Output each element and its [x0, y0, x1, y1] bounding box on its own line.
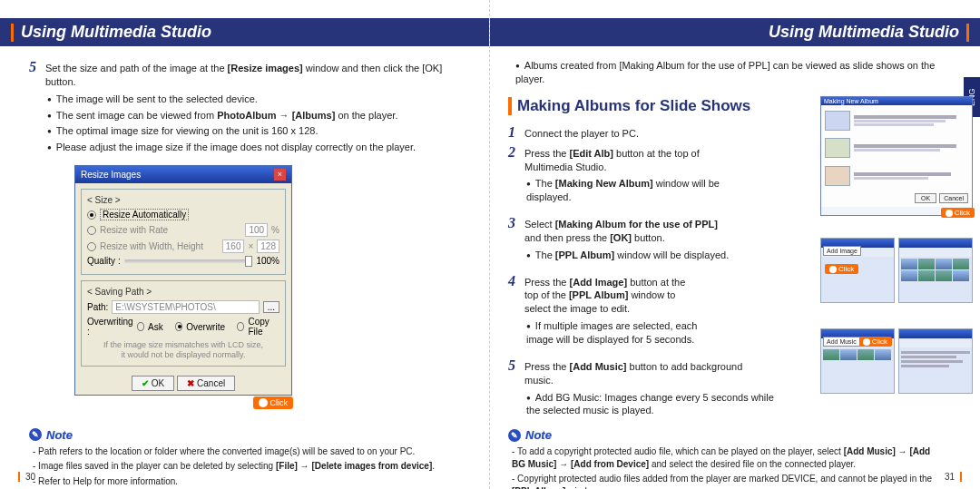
quality-row: Quality :100% — [87, 256, 279, 266]
step5-details: The image will be sent to the selected d… — [47, 93, 471, 154]
radio-ask[interactable] — [137, 322, 145, 331]
step5-sub: Add BG Music: Images change every 5 seco… — [526, 391, 789, 418]
step-number: 5 — [29, 59, 40, 89]
click-callout: Click — [941, 208, 975, 218]
add-music-label: Add Music — [823, 337, 860, 347]
height-input[interactable]: 128 — [257, 240, 279, 253]
note-heading-right: ✎ Note — [508, 428, 942, 442]
note-list-right: To add a copyright protected audio file,… — [512, 445, 942, 489]
step-4: 4 Press the [Add Image] button at the to… — [508, 273, 699, 317]
note-heading: ✎ Note — [29, 428, 471, 442]
top-context-bullet: Albums created from [Making Album for th… — [515, 59, 942, 86]
page-number-left: 30 — [18, 472, 35, 482]
path-input[interactable]: E:\WSYSTEM\PHOTOS\ — [112, 300, 259, 314]
step-5: 5 Set the size and path of the image at … — [29, 59, 471, 89]
cancel-button[interactable]: ✖Cancel — [177, 376, 235, 391]
screenshot-making-new-album: Making New Album — [820, 96, 973, 216]
browse-button[interactable]: ... — [263, 301, 279, 313]
screenshot-add-music: Add Music Click — [820, 328, 973, 394]
header-title-left: Using Multimedia Studio — [21, 23, 211, 42]
note-icon: ✎ — [29, 428, 42, 441]
header-title-right: Using Multimedia Studio — [769, 23, 959, 42]
ppl-album-window: Add Image Click — [820, 238, 895, 303]
page-header-left: Using Multimedia Studio — [0, 18, 489, 46]
width-input[interactable]: 160 — [222, 240, 245, 253]
radio-overwrite[interactable] — [175, 322, 183, 331]
add-image-label: Add Image — [823, 246, 861, 256]
dialog-hint: If the image size mismatches with LCD si… — [87, 340, 279, 360]
page-header-right: Using Multimedia Studio — [490, 18, 980, 46]
step-text: Set the size and path of the image at th… — [45, 59, 471, 89]
close-icon[interactable]: × — [274, 169, 286, 181]
list-item: Path refers to the location or folder wh… — [33, 445, 471, 458]
dialog-titlebar: Resize Images × — [75, 166, 291, 183]
list-item: Refer to Help for more information. — [33, 475, 471, 488]
path-row: Path:E:\WSYSTEM\PHOTOS\... — [87, 300, 279, 314]
rate-input[interactable]: 100 — [245, 223, 268, 237]
ppl-album-window-2: Add Music Click — [820, 328, 895, 394]
step4-sub: If multiple images are selected, each im… — [526, 319, 717, 347]
step2-sub: The [Making New Album] window will be di… — [526, 177, 753, 204]
list-item: Image files saved in the player can be d… — [33, 460, 471, 473]
click-callout: Click — [858, 337, 892, 347]
list-item: Please adjust the image size if the imag… — [47, 141, 471, 154]
step-2: 2 Press the [Edit Alb] button at the top… — [508, 144, 744, 174]
note-icon: ✎ — [508, 429, 521, 442]
screenshot-add-image: Add Image Click — [820, 238, 973, 303]
overwrite-row: Overwriting : Ask Overwrite Copy File — [87, 317, 279, 337]
radio-resize-wh[interactable]: Resize with Width, Height160×128 — [87, 240, 279, 253]
quality-slider[interactable] — [124, 259, 253, 263]
music-browser — [898, 328, 973, 394]
step-5-right: 5 Press the [Add Music] button to add ba… — [508, 357, 762, 387]
radio-resize-rate[interactable]: Resize with Rate100% — [87, 223, 279, 237]
radio-resize-auto[interactable]: Resize Automatically — [87, 209, 279, 220]
size-fieldset: < Size > Resize Automatically Resize wit… — [81, 189, 286, 275]
saving-path-fieldset: < Saving Path > Path:E:\WSYSTEM\PHOTOS\.… — [81, 280, 286, 367]
list-item: The optimal image size for viewing on th… — [47, 124, 471, 138]
image-browser — [898, 238, 973, 303]
step-3: 3 Select [Making Album for the use of PP… — [508, 215, 735, 245]
radio-copy[interactable] — [237, 322, 245, 331]
ok-button[interactable]: ✔OK — [132, 376, 174, 391]
resize-images-dialog: Resize Images × < Size > Resize Automati… — [74, 165, 292, 396]
list-item: The sent image can be viewed from PhotoA… — [47, 109, 471, 122]
click-callout: Click — [253, 396, 294, 409]
click-callout: Click — [825, 264, 858, 274]
list-item: The image will be sent to the selected d… — [47, 93, 471, 106]
list-item: To add a copyright protected audio file,… — [512, 445, 942, 470]
note-list-left: Path refers to the location or folder wh… — [33, 445, 471, 488]
list-item: Copyright protected audio files added fr… — [512, 473, 942, 489]
page-number-right: 31 — [945, 472, 962, 482]
